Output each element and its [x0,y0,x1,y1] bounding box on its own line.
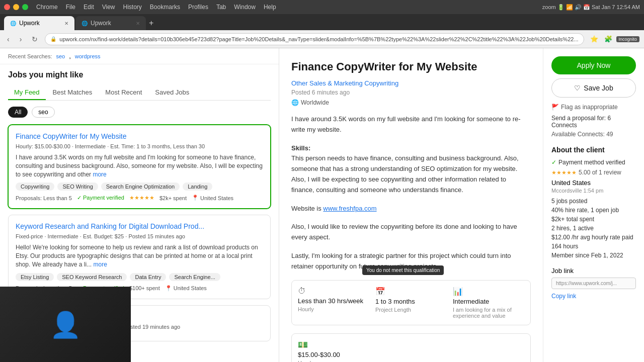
skill-etsy[interactable]: Etsy Listing [16,273,54,281]
modal-sidebar: Apply Now ♡ Save Job 🚩 Flag as inappropr… [543,48,644,362]
browser-actions: ⭐ 🧩 Incognito ⋮ [588,34,644,44]
tab-close-active[interactable]: ✕ [64,21,68,26]
rate-value: $15.00-$30.00 [298,351,524,358]
skill-landing[interactable]: Landing [183,183,212,191]
filter-all[interactable]: All [8,107,28,118]
hours: 164 hours [551,243,636,250]
more-link-1[interactable]: more [93,171,106,178]
member-since: Member since Feb 1, 2022 [551,252,636,259]
browser-chrome: Chrome File Edit View History Bookmarks … [0,0,644,14]
filter-row: All seo [8,107,271,118]
filter-seo[interactable]: seo [32,107,54,118]
copy-link-button[interactable]: Copy link [551,293,576,300]
search-bar-section: Recent Searches: seo, wordpress [0,48,279,64]
website-link[interactable]: www.freshfpa.com [323,205,376,212]
skill-seo-writing[interactable]: SEO Writing [57,183,98,191]
search-term-seo[interactable]: seo [56,53,65,59]
tab-most-recent[interactable]: Most Recent [99,85,148,100]
chart-icon: 📊 [453,287,524,296]
tab-close-inactive[interactable]: ✕ [136,21,140,26]
check-icon: ✓ [551,159,556,166]
job-meta-1: Hourly: $15.00-$30.00 · Intermediate · E… [16,143,263,149]
skill-data-entry[interactable]: Data Entry [130,273,166,281]
save-job-button[interactable]: ♡ Save Job [551,78,636,98]
job-card-finance-copywriter[interactable]: Finance CopyWriter for My Website Hourly… [8,125,271,209]
job-link-label: Job link [551,267,636,275]
close-button[interactable] [4,4,10,10]
job-title-1: Finance CopyWriter for My Website [16,132,263,140]
tab-saved-jobs[interactable]: Saved Jobs [149,85,195,100]
reload-button[interactable]: ↻ [29,34,41,44]
menu-profiles[interactable]: Profiles [188,4,208,11]
spec-duration-label: Project Length [375,307,447,313]
menu-view[interactable]: View [102,4,115,11]
tab-upwork-inactive[interactable]: 🌐 Upwork ✕ [75,16,146,30]
bookmark-button[interactable]: ⭐ [588,34,600,44]
address-bar[interactable]: 🔒 upwork.com/nx/find-work/details?detail… [45,33,584,45]
save-job-label: Save Job [584,84,613,92]
skills-label: Skills: [291,144,310,152]
spec-level-label: I am looking for a mix of experience and… [453,307,524,319]
menu-chrome[interactable]: Chrome [36,4,58,11]
menu-edit[interactable]: Edit [84,4,94,11]
clock-icon: ⏱ [298,287,369,296]
client-city: Mccordsville 1:54 pm [551,188,636,194]
job-detail-title: Finance CopyWriter for My Website [291,60,531,73]
job-meta-2: Fixed-price · Intermediate · Est. Budget… [16,233,263,239]
total-spent: $2k+ total spent [551,216,636,223]
incognito-badge: Incognito [616,36,640,42]
tab-my-feed[interactable]: My Feed [8,85,46,100]
tab-bar: 🌐 Upwork ✕ 🌐 Upwork ✕ + [0,14,644,30]
flag-button[interactable]: 🚩 Flag as inappropriate [551,104,636,111]
menu-tab[interactable]: Tab [216,4,226,11]
spec-hours: ⏱ Less than 30 hrs/week Hourly [298,287,369,319]
spec-rate: 💵 $15.00-$30.00 Hourly [298,340,524,362]
jobs-posted: 5 jobs posted [551,198,636,205]
tab-label-active: Upwork [19,20,40,27]
payment-verified-detail: ✓ Payment method verified [551,159,636,166]
menu-help[interactable]: Help [264,4,276,11]
location-1: 📍 United States [192,195,233,201]
skill-seo-kw[interactable]: SEO Keyword Research [57,273,127,281]
job-link-input[interactable] [551,278,636,289]
minimize-button[interactable] [13,4,19,10]
search-term-wordpress[interactable]: wordpress [75,53,101,59]
menu-history[interactable]: History [123,4,142,11]
extensions-button[interactable]: 🧩 [602,34,614,44]
maximize-button[interactable] [22,4,28,10]
rating-stars: ★★★★★ [551,169,577,176]
menu-bookmarks[interactable]: Bookmarks [150,4,180,11]
client-rating: ★★★★★ 5.00 of 1 review [551,169,636,176]
hires: 2 hires, 1 active [551,225,636,232]
spent-1: $2k+ spent [159,195,187,201]
globe-icon: 🌐 [291,99,299,106]
apply-now-button[interactable]: Apply Now [551,56,636,74]
spec-hours-value: Less than 30 hrs/week [298,297,369,305]
skill-copywriting[interactable]: Copywriting [16,183,54,191]
new-tab-button[interactable]: + [149,16,153,30]
more-link-2[interactable]: more [94,261,107,268]
rate-label: Hourly [298,360,524,362]
right-modal: Finance CopyWriter for My Website Other … [279,48,644,362]
menu-button[interactable]: ⋮ [641,34,644,44]
proposals-1: Proposals: Less than 5 [16,195,72,201]
menu-window[interactable]: Window [234,4,256,11]
spec-level-value: Intermediate [453,298,524,305]
recent-searches-label: Recent Searches: [8,53,52,59]
forward-button[interactable]: › [17,34,25,44]
menu-file[interactable]: File [66,4,75,11]
skill-seo[interactable]: Search Engine Optimization [101,183,180,191]
tab-best-matches[interactable]: Best Matches [47,85,99,100]
jobs-heading: Jobs you might like [8,70,271,79]
modal-main: Finance CopyWriter for My Website Other … [279,48,543,362]
traffic-lights [4,4,28,10]
hire-rate: 40% hire rate, 1 open job [551,207,636,214]
video-person-icon: 👤 [50,310,81,339]
category-link[interactable]: Other Sales & Marketing Copywriting [291,79,398,87]
tab-upwork-active[interactable]: 🌐 Upwork ✕ [4,16,74,30]
about-client-section: About the client ✓ Payment method verifi… [551,146,636,259]
back-button[interactable]: ‹ [4,34,13,44]
job-specs: You do not meet this qualification ⏱ Les… [291,280,531,325]
skill-search[interactable]: Search Engine... [169,273,220,281]
lock-icon: 🔒 [50,36,56,42]
